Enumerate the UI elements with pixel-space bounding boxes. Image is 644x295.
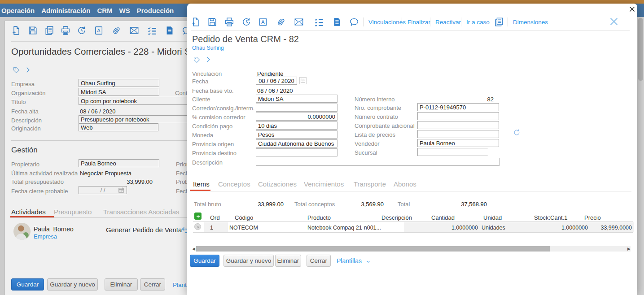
corredor-field[interactable] — [256, 104, 337, 112]
modal-tabs-divider — [190, 191, 631, 191]
plantillas-caret-icon[interactable] — [366, 259, 371, 264]
fecha-calendar-icon[interactable] — [299, 77, 307, 84]
col-cantidad: Cantidad — [431, 214, 455, 221]
modal-document-icon[interactable] — [332, 17, 342, 27]
modal-tag-icon[interactable] — [193, 56, 201, 64]
tab-abonos[interactable]: Abonos — [394, 180, 416, 188]
toolbar-separator — [508, 17, 508, 26]
cell-unidad: Unidades — [482, 225, 505, 231]
scroll-right-arrow[interactable]: ▶ — [627, 246, 631, 252]
fecha-label: Fecha — [192, 78, 208, 85]
scroll-left-arrow[interactable]: ◀ — [192, 246, 195, 252]
modal-descripcion-field[interactable] — [256, 158, 499, 166]
modal-font-icon[interactable] — [258, 17, 268, 27]
modal-checklist-icon[interactable] — [314, 17, 324, 27]
modal-attachment-icon[interactable] — [276, 17, 286, 27]
fecha-base-label: Fecha base vto. — [192, 87, 234, 94]
vinculacion-value: Pendiente — [257, 70, 284, 77]
total-bruto-label: Total bruto — [194, 201, 221, 208]
numero-contrato-label: Número contrato — [355, 113, 398, 120]
tab-cotizaciones[interactable]: Cotizaciones — [258, 180, 297, 188]
tab-transporte[interactable]: Transporte — [354, 180, 386, 188]
modal-email-icon[interactable] — [294, 17, 304, 27]
numero-interno-label: Número interno — [355, 96, 395, 103]
total-conceptos-value: 3,569.90 — [340, 201, 384, 208]
comision-label: % comision corredor — [192, 114, 245, 121]
col-ord: Ord — [210, 214, 220, 221]
modal-comment-icon[interactable] — [349, 17, 359, 27]
col-producto: Producto — [307, 214, 331, 221]
provincia-destino-field[interactable] — [256, 148, 337, 156]
fecha-field[interactable]: 08 / 06 / 2020 — [256, 77, 297, 85]
cell-precio: 33,999.0000 — [565, 225, 632, 231]
comprobante-adicional-field[interactable] — [417, 121, 499, 129]
provincia-origen-field[interactable]: Ciudad Autónoma de Buenos — [256, 139, 337, 148]
total-label: Total — [398, 201, 410, 208]
numero-interno-value: 82 — [417, 96, 494, 103]
table-hscrollbar-thumb[interactable] — [196, 246, 550, 252]
modal-print-icon[interactable] — [224, 17, 234, 27]
add-row-button[interactable] — [194, 213, 202, 220]
nro-comprobante-field[interactable]: P-0112-91949570 — [417, 103, 499, 111]
tab-conceptos[interactable]: Conceptos — [218, 180, 250, 188]
comprobante-adicional-label: Comprobante adicional — [355, 122, 415, 129]
eliminar-button[interactable]: Eliminar — [275, 255, 301, 267]
sucursal-field[interactable] — [417, 148, 488, 156]
dimensiones-link[interactable]: Dimensiones — [513, 19, 548, 26]
toolbar-separator — [364, 17, 364, 26]
modal-descripcion-label: Descripción — [192, 159, 223, 166]
guardar-button[interactable]: Guardar — [190, 255, 219, 267]
modal-title: Pedido de Venta CRM - 82 — [192, 34, 299, 44]
guardar-nuevo-button[interactable]: Guardar y nuevo — [223, 255, 274, 267]
finalizar-link[interactable]: Finalizar — [407, 19, 430, 26]
col-precio: Precio — [584, 214, 601, 221]
modal-history-icon[interactable] — [241, 17, 251, 27]
col-descripcion: Descripción — [381, 214, 412, 221]
cliente-field[interactable]: Midori SA — [256, 95, 337, 103]
row-divider — [193, 232, 633, 233]
modal-save-icon[interactable] — [207, 17, 217, 27]
cell-ord: 1 — [210, 225, 213, 231]
ir-a-caso-link[interactable]: Ir a caso — [466, 19, 490, 26]
modal-new-document-icon[interactable] — [191, 17, 201, 27]
refresh-icon[interactable] — [513, 129, 521, 136]
fecha-base-value: 08 / 06 / 2020 — [257, 87, 293, 94]
cell-codigo: NOTECOM — [229, 225, 258, 231]
case-document-icon[interactable] — [494, 17, 504, 27]
collapse-x-icon[interactable] — [609, 17, 619, 26]
vinculacion-label: Vinculación — [192, 70, 222, 77]
sucursal-label: Sucursal — [355, 149, 377, 156]
row-shade — [204, 222, 228, 232]
provincia-origen-label: Provincia origen — [192, 141, 234, 148]
reactivar-link[interactable]: Reactivar — [435, 19, 461, 26]
cerrar-button[interactable]: Cerrar — [307, 255, 331, 267]
lista-precios-field[interactable] — [417, 130, 499, 138]
plantillas-link[interactable]: Plantillas — [337, 257, 362, 265]
comision-field[interactable]: 0.0000000 — [256, 113, 337, 121]
cell-producto: Notebook Compaq 21-n001... — [307, 225, 381, 231]
pedido-venta-modal: Vinculaciones Finalizar Reactivar Ir a c… — [187, 4, 637, 295]
lista-precios-label: Lista de precios — [355, 131, 395, 138]
col-codigo: Código — [235, 214, 253, 221]
condicion-pago-field[interactable]: 10 dias — [256, 121, 337, 130]
toolbar-separator — [461, 17, 461, 26]
col-unidad: Unidad — [483, 214, 502, 221]
numero-contrato-field[interactable] — [417, 112, 499, 120]
total-conceptos-label: Total conceptos — [294, 201, 335, 208]
delete-row-button[interactable] — [194, 223, 201, 230]
table-header-divider — [193, 221, 633, 222]
modal-close-icon[interactable] — [629, 6, 635, 13]
vendedor-field[interactable]: Paula Borneo — [417, 139, 499, 147]
moneda-field[interactable]: Pesos — [256, 130, 337, 139]
vinculaciones-link[interactable]: Vinculaciones — [368, 19, 406, 26]
tab-items[interactable]: Items — [193, 180, 210, 188]
nro-comprobante-label: Nro. comprobante — [355, 104, 401, 111]
corredor-label: Corredor/consig./interm. — [192, 105, 254, 112]
modal-expand-chevron-icon[interactable] — [205, 56, 211, 63]
col-stock: Stock:Cant.1 — [534, 214, 567, 221]
moneda-label: Moneda — [192, 132, 213, 139]
cell-cantidad: 1.0000000 — [412, 225, 478, 231]
tab-vencimientos[interactable]: Vencimientos — [304, 180, 344, 188]
provincia-destino-label: Provincia destino — [192, 150, 237, 156]
modal-subtitle-link[interactable]: Ohau Surfing — [192, 45, 224, 51]
